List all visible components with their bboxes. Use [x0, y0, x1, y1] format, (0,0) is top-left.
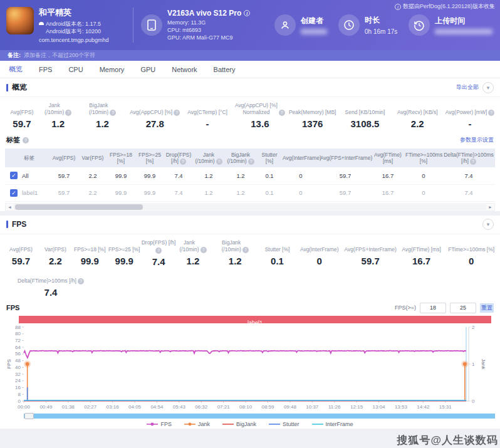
row-checkbox[interactable]: ✓: [10, 189, 18, 197]
metric-label-text: Avg(Power) [mW]: [445, 109, 487, 116]
collapse-overview-button[interactable]: ▾: [482, 82, 494, 93]
chart-scrollbar[interactable]: [24, 414, 495, 419]
svg-text:56: 56: [15, 351, 21, 357]
metric-label: Delta(FTime)>100ms [/h]?: [4, 271, 98, 284]
fps-chart[interactable]: 0816243240485664728088012FPSJank00:0000:…: [5, 323, 500, 414]
history-icon: [409, 14, 430, 36]
metric-label-text: Avg(FPS): [11, 109, 34, 116]
svg-text:00:49: 00:49: [39, 404, 53, 410]
collapse-fps-button[interactable]: ▾: [482, 219, 494, 230]
column-header: Jank (/10min)?: [193, 148, 224, 167]
metric-label: Jank (/10min)?: [176, 239, 211, 253]
row-checkbox[interactable]: ✓: [10, 172, 18, 179]
legend-label: FPS: [160, 421, 172, 427]
metric-jank: Jank (/10min)?1.2: [176, 239, 211, 267]
tab-memory[interactable]: Memory: [100, 66, 125, 73]
column-header-text: Drop(FPS) [/h]: [166, 152, 192, 164]
table-cell: 99.9: [107, 167, 135, 184]
column-header: Avg(InterFrame): [282, 148, 320, 167]
legend-item-jank[interactable]: Jank: [184, 421, 210, 427]
scrollbar-thumb[interactable]: [15, 204, 143, 210]
section-accent-bar: [6, 221, 8, 228]
info-icon[interactable]: ?: [216, 159, 222, 165]
info-icon[interactable]: ?: [78, 278, 84, 284]
legend-item-fps[interactable]: FPS: [147, 421, 172, 427]
table-cell: 99.9: [107, 184, 135, 201]
jank-event-marker: [26, 362, 29, 366]
table-cell: 16.7: [371, 184, 405, 201]
column-header-text: BigJank (/10min): [227, 152, 250, 164]
creator-value-redacted: [301, 29, 327, 34]
tab-cpu[interactable]: CPU: [68, 66, 83, 73]
legend-label: Jank: [198, 421, 210, 427]
legend-item-interframe[interactable]: InterFrame: [312, 421, 353, 427]
fps-threshold-high-input[interactable]: [450, 303, 476, 313]
metric-peak-memory: Peak(Memory) [MB]1376: [286, 102, 339, 129]
svg-text:15:31: 15:31: [439, 404, 452, 410]
note-bar[interactable]: 备注: 添加备注，不超过200个字符: [0, 50, 500, 61]
tab-network[interactable]: Network: [172, 66, 197, 73]
reset-button[interactable]: 重置: [480, 303, 494, 313]
legend-item-stutter[interactable]: Stutter: [269, 421, 299, 427]
scroll-left-icon[interactable]: ◄: [6, 205, 14, 209]
device-gpu: GPU: ARM Mali-G77 MC9: [167, 34, 250, 41]
table-cell: 0.1: [257, 167, 282, 184]
tab-overview[interactable]: 概览: [9, 65, 23, 74]
metric-value: 1.2: [176, 256, 211, 266]
labels-info-icon[interactable]: ?: [23, 137, 29, 143]
info-icon[interactable]: ?: [180, 159, 186, 165]
column-header-text: FTime>=100ms [%]: [405, 152, 442, 164]
table-cell: 2.2: [79, 167, 107, 184]
scrollbar-track[interactable]: [14, 204, 486, 210]
tab-fps[interactable]: FPS: [39, 66, 52, 73]
chart-legend: FPSJankBigJankStutterInterFrame: [0, 420, 500, 429]
svg-text:1: 1: [472, 361, 475, 367]
column-header: 标签: [5, 148, 49, 167]
metric-fps-ge25: FPS>=25 [%]99.9: [107, 239, 142, 267]
info-icon[interactable]: ?: [201, 247, 207, 253]
table-horizontal-scrollbar[interactable]: ◄ ►: [5, 203, 495, 211]
metric-label: Avg(Recv) [KB/s]: [391, 102, 444, 116]
column-header-text: Var(FPS): [82, 155, 104, 161]
info-icon[interactable]: ?: [242, 247, 249, 253]
metric-avg-fps: Avg(FPS)59.7: [4, 239, 38, 267]
export-all-link[interactable]: 导出全部: [456, 83, 479, 91]
creator-label: 创建者: [301, 16, 327, 26]
android-icon: [39, 22, 44, 25]
metric-label: FPS>=18 [%]: [73, 239, 107, 253]
info-icon[interactable]: ?: [174, 110, 180, 116]
fps-threshold-label: FPS(>=): [395, 305, 416, 311]
svg-text:8: 8: [18, 391, 21, 397]
collect-version-note: i 数据由PerfDog(6.1.220128)版本收集: [395, 3, 495, 11]
info-icon[interactable]: ?: [110, 110, 116, 116]
metric-label: BigJank (/10min)?: [76, 102, 129, 116]
metric-value: 59.7: [4, 256, 38, 266]
metric-stutter: Stutter [%]0.1: [260, 239, 294, 267]
param-display-settings-link[interactable]: 参数显示设置: [460, 136, 494, 144]
legend-swatch: [222, 422, 234, 427]
legend-item-bigjank[interactable]: BigJank: [222, 421, 256, 427]
fps-threshold-low-input[interactable]: [420, 303, 446, 313]
info-icon[interactable]: ?: [248, 159, 254, 165]
metric-ftime-ge100: FTime>=100ms [%]0: [446, 239, 496, 267]
chart-scrollbar-handle[interactable]: [24, 413, 34, 419]
scroll-right-icon[interactable]: ►: [486, 205, 494, 209]
table-cell: 0: [405, 184, 442, 201]
svg-text:2: 2: [472, 324, 475, 330]
info-icon[interactable]: ?: [65, 110, 71, 116]
device-info-icon[interactable]: i: [244, 10, 250, 16]
info-icon[interactable]: ?: [488, 110, 494, 116]
tab-gpu[interactable]: GPU: [140, 66, 155, 73]
column-header: Var(FPS): [79, 148, 107, 167]
fps-title: FPS: [12, 220, 26, 229]
info-icon[interactable]: ?: [279, 110, 285, 116]
info-icon[interactable]: ?: [470, 159, 476, 165]
metric-value: 0: [446, 256, 496, 266]
jank-event-marker: [463, 362, 467, 366]
clock-icon: [338, 14, 360, 36]
metric-label-text: Delta(FTime)>100ms [/h]: [18, 278, 76, 284]
info-icon[interactable]: ?: [155, 247, 162, 254]
tab-battery[interactable]: Battery: [214, 66, 236, 73]
legend-swatch: [147, 422, 158, 427]
svg-text:01:38: 01:38: [62, 404, 75, 410]
